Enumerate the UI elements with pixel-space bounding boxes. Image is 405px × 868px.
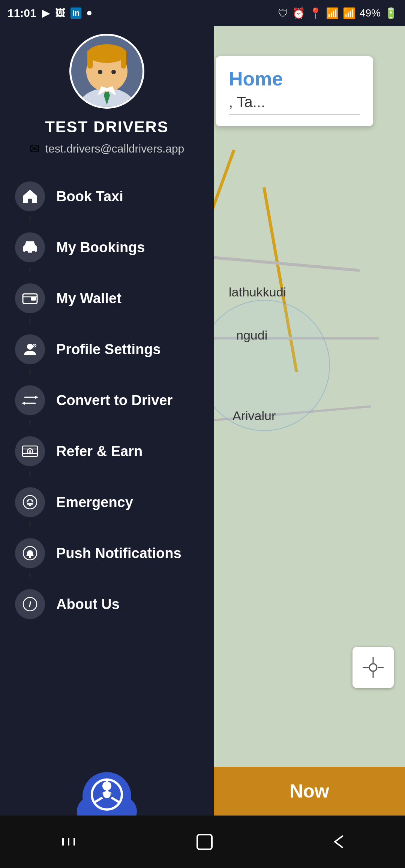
- push-notifications-icon-circle: [15, 538, 45, 568]
- svg-point-41: [32, 500, 33, 502]
- book-taxi-label: Book Taxi: [56, 189, 123, 205]
- my-wallet-label: My Wallet: [56, 290, 122, 307]
- car-icon: [22, 239, 38, 256]
- wifi-icon: 📶: [326, 7, 339, 19]
- svg-point-14: [98, 70, 102, 74]
- svg-text:+: +: [33, 343, 36, 347]
- gallery-icon: 🖼: [55, 7, 65, 19]
- convert-icon: [22, 392, 38, 409]
- map-home-card: Home , Ta...: [216, 56, 373, 126]
- emergency-icon-circle: [15, 487, 45, 517]
- svg-marker-19: [23, 190, 37, 203]
- refer-earn-label: Refer & Earn: [56, 443, 142, 459]
- profile-email-row: ✉ test.drivers@calldrivers.app: [30, 142, 184, 156]
- avatar-image: [73, 36, 141, 107]
- dot-indicator: [87, 11, 92, 15]
- profile-name: TEST DRIVERS: [45, 118, 169, 136]
- map-home-title: Home: [229, 67, 360, 90]
- sidebar-item-refer-earn[interactable]: $ Refer & Earn: [8, 426, 206, 477]
- sidebar-item-convert-to-driver[interactable]: Convert to Driver: [8, 375, 206, 426]
- my-bookings-label: My Bookings: [56, 239, 145, 256]
- bell-icon: [22, 545, 38, 561]
- book-now-label: Now: [290, 780, 329, 802]
- svg-point-54: [102, 781, 111, 790]
- location-target-icon: [362, 656, 384, 679]
- emergency-icon: [22, 494, 38, 510]
- email-icon: ✉: [30, 142, 40, 156]
- profile-section: TEST DRIVERS ✉ test.drivers@calldrivers.…: [0, 34, 214, 156]
- youtube-icon: ▶: [42, 7, 50, 19]
- svg-point-40: [27, 500, 29, 502]
- svg-rect-13: [87, 51, 126, 58]
- svg-point-37: [23, 495, 37, 509]
- alarm-icon: ⏰: [292, 7, 305, 19]
- nav-menu-icon: [57, 831, 80, 853]
- linkedin-icon: in: [70, 7, 82, 19]
- svg-marker-30: [35, 396, 38, 399]
- shield-icon: 🛡: [278, 7, 288, 19]
- profile-email: test.drivers@calldrivers.app: [45, 142, 184, 155]
- time-display: 11:01: [8, 7, 36, 19]
- avatar: [69, 34, 144, 109]
- my-bookings-icon-circle: [15, 232, 45, 262]
- wallet-icon: [22, 290, 38, 307]
- sidebar-item-push-notifications[interactable]: Push Notifications: [8, 528, 206, 579]
- profile-settings-label: Profile Settings: [56, 341, 161, 358]
- svg-point-27: [27, 344, 33, 350]
- sidebar-drawer: TEST DRIVERS ✉ test.drivers@calldrivers.…: [0, 0, 214, 868]
- battery-icon: 🔋: [384, 7, 398, 19]
- status-right: 🛡 ⏰ 📍 📶 📶 49% 🔋: [278, 7, 398, 19]
- svg-point-22: [24, 251, 28, 254]
- sidebar-item-my-bookings[interactable]: My Bookings: [8, 222, 206, 273]
- money-icon: $: [22, 443, 38, 459]
- status-left: 11:01 ▶ 🖼 in: [8, 7, 92, 19]
- about-us-label: About Us: [56, 596, 120, 612]
- svg-marker-21: [25, 241, 35, 245]
- convert-to-driver-icon-circle: [15, 385, 45, 415]
- nav-home-button[interactable]: [194, 832, 215, 852]
- nav-menu-button[interactable]: [57, 831, 80, 853]
- sidebar-item-my-wallet[interactable]: My Wallet: [8, 273, 206, 324]
- sidebar-item-book-taxi[interactable]: Book Taxi: [8, 171, 206, 222]
- menu-list: Book Taxi My Bookings My: [0, 171, 214, 630]
- svg-point-0: [369, 664, 377, 671]
- svg-point-44: [29, 557, 31, 558]
- info-icon: i: [22, 596, 38, 612]
- emergency-label: Emergency: [56, 494, 133, 510]
- svg-point-15: [111, 70, 116, 74]
- refer-earn-icon-circle: $: [15, 436, 45, 466]
- sidebar-item-emergency[interactable]: Emergency: [8, 477, 206, 528]
- map-label-2: ngudi: [236, 328, 267, 343]
- svg-rect-25: [31, 297, 36, 301]
- sidebar-item-profile-settings[interactable]: + Profile Settings: [8, 324, 206, 375]
- svg-rect-59: [197, 835, 212, 849]
- nav-back-button[interactable]: [329, 832, 348, 851]
- profile-settings-icon-circle: +: [15, 334, 45, 364]
- about-us-icon-circle: i: [15, 589, 45, 619]
- svg-text:i: i: [29, 599, 32, 609]
- location-icon: 📍: [309, 7, 322, 19]
- sidebar-item-about-us[interactable]: i About Us: [8, 579, 206, 630]
- bottom-navigation: [0, 816, 405, 868]
- nav-back-icon: [329, 832, 348, 851]
- book-taxi-icon-circle: [15, 181, 45, 211]
- home-icon: [22, 188, 38, 205]
- push-notifications-label: Push Notifications: [56, 545, 182, 561]
- svg-marker-31: [22, 402, 25, 405]
- svg-point-39: [29, 504, 31, 506]
- my-wallet-icon-circle: [15, 283, 45, 313]
- svg-point-23: [32, 251, 36, 254]
- map-location-hint: , Ta...: [229, 94, 360, 115]
- battery-display: 49%: [360, 7, 381, 19]
- book-now-bar[interactable]: Now: [214, 767, 405, 816]
- map-label-3: Arivalur: [232, 409, 276, 423]
- location-button[interactable]: [352, 647, 394, 688]
- status-bar: 11:01 ▶ 🖼 in 🛡 ⏰ 📍 📶 📶 49% 🔋: [0, 0, 405, 26]
- profile-settings-icon: +: [22, 341, 38, 358]
- signal-icon: 📶: [343, 7, 356, 19]
- map-label-1: lathukkudi: [229, 285, 286, 299]
- nav-home-icon: [194, 832, 215, 852]
- convert-to-driver-label: Convert to Driver: [56, 392, 172, 409]
